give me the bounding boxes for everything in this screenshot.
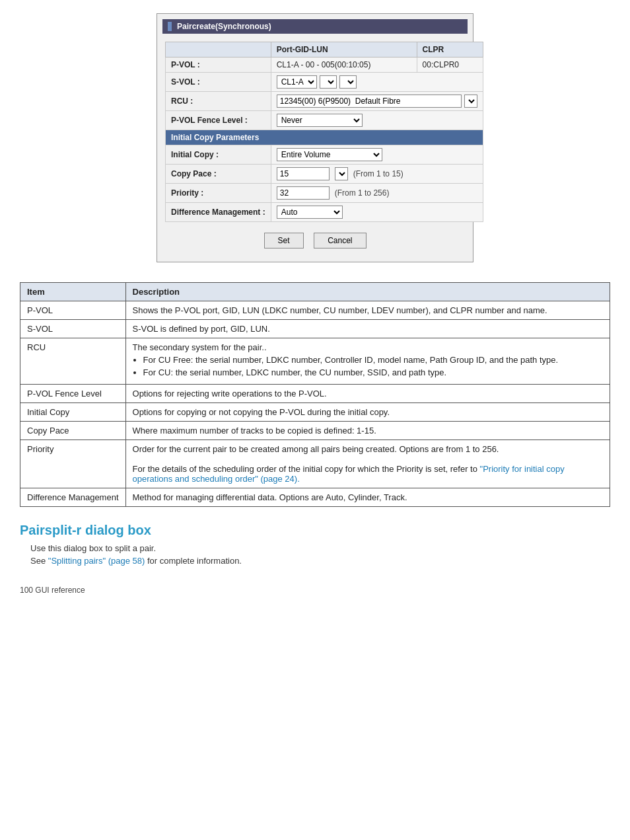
set-button[interactable]: Set [264,233,304,248]
rcu-input[interactable] [277,95,462,108]
svol-row: S-VOL : CL1-A [166,73,483,92]
page-footer: 100 GUI reference [20,586,610,595]
paircreate-dialog: Paircreate(Synchronous) Port-GID-LUN CLP… [157,13,473,262]
svol-dropdowns: CL1-A [277,75,477,89]
svol-dropdown-3[interactable] [339,75,357,89]
info-desc-pvol-fence: Options for rejecting write operations t… [125,385,610,403]
svol-dropdown-2[interactable] [320,75,337,89]
priority-row: Priority : (From 1 to 256) [166,184,483,203]
pairsplit-see-text: See [30,556,46,566]
pairsplit-desc1: Use this dialog box to split a pair. [20,543,610,553]
pvol-value: CL1-A - 00 - 005(00:10:05) [271,57,417,73]
priority-value: (From 1 to 256) [271,184,483,203]
dialog-form-table: Port-GID-LUN CLPR P-VOL : CL1-A - 00 - 0… [165,42,483,222]
diff-mgmt-row: Difference Management : Auto [166,203,483,222]
pvol-clpr: 00:CLPR0 [417,57,483,73]
initial-copy-section-header: Initial Copy Parameters [166,130,483,145]
pvol-fence-row: P-VOL Fence Level : Never [166,111,483,130]
rcu-label: RCU : [166,92,271,111]
pairsplit-section: Pairsplit-r dialog box Use this dialog b… [20,523,610,566]
info-table: Item Description P-VOL Shows the P-VOL p… [20,282,610,507]
info-item-rcu: RCU [20,338,126,385]
initial-copy-value: Entire Volume [271,145,483,165]
pairsplit-complete-text: for complete information. [147,556,242,566]
info-desc-initial-copy: Options for copying or not copying the P… [125,403,610,422]
diff-mgmt-value: Auto [271,203,483,222]
priority-link[interactable]: "Priority for initial copy operations an… [133,464,565,484]
pvol-fence-select[interactable]: Never [277,114,363,127]
col-header-port-gid-lun: Port-GID-LUN [271,42,417,57]
rcu-bullet-1: For CU Free: the serial number, LDKC num… [143,355,603,365]
pvol-fence-label: P-VOL Fence Level : [166,111,271,130]
col-header-empty [166,42,271,57]
dialog-body: Port-GID-LUN CLPR P-VOL : CL1-A - 00 - 0… [162,39,468,256]
info-item-diff-mgmt: Difference Management [20,488,126,507]
svol-label: S-VOL : [166,73,271,92]
diff-mgmt-label: Difference Management : [166,203,271,222]
info-row-pvol-fence: P-VOL Fence Level Options for rejecting … [20,385,610,403]
rcu-bullet-2: For CU: the serial number, LDKC number, … [143,367,603,377]
initial-copy-section-label: Initial Copy Parameters [166,130,483,145]
rcu-bullet-list: For CU Free: the serial number, LDKC num… [133,355,603,377]
pairsplit-heading: Pairsplit-r dialog box [20,523,610,538]
copy-pace-hint: (From 1 to 15) [353,169,403,178]
dialog-title: Paircreate(Synchronous) [177,22,271,31]
page-number: 100 GUI reference [20,586,85,595]
info-row-priority: Priority Order for the current pair to b… [20,440,610,488]
rcu-row: RCU : [166,92,483,111]
dialog-button-row: Set Cancel [165,222,465,254]
info-desc-pvol: Shows the P-VOL port, GID, LUN (LDKC num… [125,301,610,320]
rcu-value [271,92,483,111]
priority-label: Priority : [166,184,271,203]
info-row-rcu: RCU The secondary system for the pair.. … [20,338,610,385]
info-desc-copy-pace: Where maximum number of tracks to be cop… [125,422,610,440]
pairsplit-desc2: See "Splitting pairs" (page 58) for comp… [20,556,610,566]
pairsplit-link[interactable]: "Splitting pairs" (page 58) [48,556,145,566]
copy-pace-input[interactable] [277,167,330,180]
cancel-button[interactable]: Cancel [314,233,366,248]
info-desc-diff-mgmt: Method for managing differential data. O… [125,488,610,507]
info-item-pvol-fence: P-VOL Fence Level [20,385,126,403]
info-item-initial-copy: Initial Copy [20,403,126,422]
info-col-item: Item [20,283,126,301]
dialog-title-bar: Paircreate(Synchronous) [162,19,468,34]
copy-pace-label: Copy Pace : [166,165,271,184]
copy-pace-row: Copy Pace : (From 1 to 15) [166,165,483,184]
copy-pace-value: (From 1 to 15) [271,165,483,184]
info-item-pvol: P-VOL [20,301,126,320]
priority-hint: (From 1 to 256) [335,188,390,198]
pvol-row: P-VOL : CL1-A - 00 - 005(00:10:05) 00:CL… [166,57,483,73]
info-desc-rcu: The secondary system for the pair.. For … [125,338,610,385]
svol-dropdown-1[interactable]: CL1-A [277,75,317,89]
info-item-svol: S-VOL [20,320,126,338]
priority-input[interactable] [277,186,330,200]
rcu-dropdown[interactable] [464,95,477,108]
initial-copy-label: Initial Copy : [166,145,271,165]
copy-pace-dropdown[interactable] [335,167,348,180]
info-row-svol: S-VOL S-VOL is defined by port, GID, LUN… [20,320,610,338]
info-desc-svol: S-VOL is defined by port, GID, LUN. [125,320,610,338]
info-item-priority: Priority [20,440,126,488]
info-row-initial-copy: Initial Copy Options for copying or not … [20,403,610,422]
pvol-label: P-VOL : [166,57,271,73]
info-row-diff-mgmt: Difference Management Method for managin… [20,488,610,507]
info-table-header-row: Item Description [20,283,610,301]
info-col-description: Description [125,283,610,301]
info-row-pvol: P-VOL Shows the P-VOL port, GID, LUN (LD… [20,301,610,320]
info-desc-priority: Order for the current pair to be created… [125,440,610,488]
diff-mgmt-select[interactable]: Auto [277,206,343,219]
col-header-clpr: CLPR [417,42,483,57]
initial-copy-row: Initial Copy : Entire Volume [166,145,483,165]
svol-inputs: CL1-A [271,73,483,92]
pvol-fence-value: Never [271,111,483,130]
info-item-copy-pace: Copy Pace [20,422,126,440]
info-row-copy-pace: Copy Pace Where maximum number of tracks… [20,422,610,440]
initial-copy-select[interactable]: Entire Volume [277,148,382,161]
